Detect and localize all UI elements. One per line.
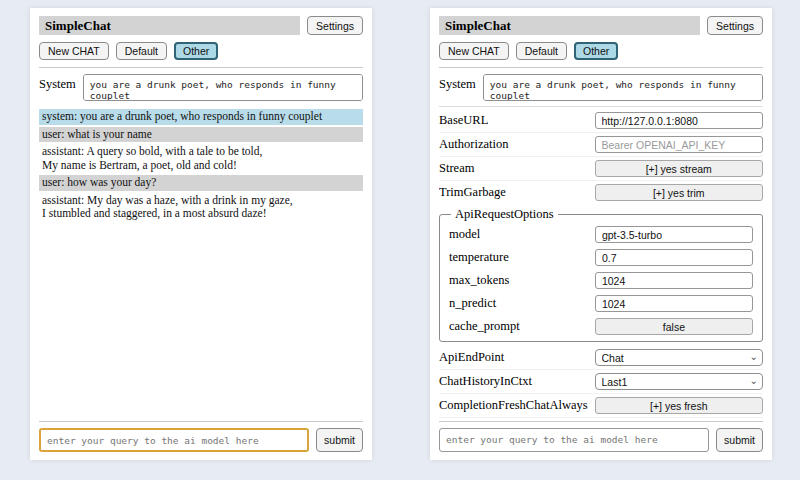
setting-label-max_tokens: max_tokens: [449, 273, 595, 288]
setting-input-max_tokens[interactable]: [595, 272, 753, 289]
chat-panel: SimpleChat Settings New CHAT Default Oth…: [30, 8, 372, 460]
setting-row-chathistoryinctxt: ChatHistoryInCtxtLast1⌄: [439, 370, 763, 394]
setting-label-cache_prompt: cache_prompt: [449, 319, 595, 334]
sessions-row: New CHAT Default Other: [39, 42, 363, 60]
setting-label-model: model: [449, 227, 595, 242]
new-chat-button[interactable]: New CHAT: [39, 42, 109, 60]
setting-select-wrap-apiendpoint: Chat⌄: [595, 349, 763, 366]
setting-row-completionfreshchatalways: CompletionFreshChatAlways[+] yes fresh: [439, 394, 763, 418]
setting-label-completionfreshchatalways: CompletionFreshChatAlways: [439, 398, 595, 413]
divider: [39, 421, 363, 422]
setting-label-trimgarbage: TrimGarbage: [439, 185, 595, 200]
settings-button[interactable]: Settings: [707, 16, 763, 35]
setting-label-authorization: Authorization: [439, 137, 595, 152]
api-request-options-legend: ApiRequestOptions: [451, 207, 558, 222]
setting-row-stream: Stream[+] yes stream: [439, 157, 763, 181]
setting-input-n_predict[interactable]: [595, 295, 753, 312]
settings-footer: submit: [439, 421, 763, 452]
session-tab-default[interactable]: Default: [516, 42, 567, 60]
chat-message-user: user: how was your day?: [39, 175, 363, 191]
divider: [439, 106, 763, 107]
setting-row-model: model: [449, 223, 753, 246]
setting-row-temperature: temperature: [449, 246, 753, 269]
setting-label-stream: Stream: [439, 161, 595, 176]
submit-button[interactable]: submit: [316, 428, 363, 452]
settings-rows-bottom: ApiEndPointChat⌄ChatHistoryInCtxtLast1⌄C…: [439, 346, 763, 421]
query-input[interactable]: [39, 428, 309, 452]
setting-row-n_predict: n_predict: [449, 292, 753, 315]
setting-label-n_predict: n_predict: [449, 296, 595, 311]
setting-toggle-cache_prompt[interactable]: false: [595, 318, 753, 335]
query-input[interactable]: [439, 428, 709, 452]
app-title: SimpleChat: [439, 16, 700, 35]
settings-rows-top: BaseURLAuthorizationStream[+] yes stream…: [439, 109, 763, 204]
system-prompt-input[interactable]: you are a drunk poet, who responds in fu…: [483, 74, 763, 101]
setting-input-authorization[interactable]: [595, 136, 763, 153]
setting-label-chathistoryinctxt: ChatHistoryInCtxt: [439, 374, 595, 389]
query-row: submit: [39, 428, 363, 452]
system-prompt-row: System you are a drunk poet, who respond…: [39, 74, 363, 101]
session-tab-default[interactable]: Default: [116, 42, 167, 60]
setting-row-max_tokens: max_tokens: [449, 269, 753, 292]
submit-button[interactable]: submit: [716, 428, 763, 452]
setting-toggle-stream[interactable]: [+] yes stream: [595, 160, 763, 177]
setting-toggle-trimgarbage[interactable]: [+] yes trim: [595, 184, 763, 201]
session-tab-other[interactable]: Other: [574, 42, 618, 60]
system-prompt-input[interactable]: you are a drunk poet, who responds in fu…: [83, 74, 363, 101]
settings-panel: SimpleChat Settings New CHAT Default Oth…: [430, 8, 772, 460]
titlebar: SimpleChat Settings: [439, 16, 763, 35]
api-request-options-rows: modeltemperaturemax_tokensn_predictcache…: [449, 223, 753, 338]
chat-message-system: system: you are a drunk poet, who respon…: [39, 109, 363, 125]
api-request-options-fieldset: ApiRequestOptions modeltemperaturemax_to…: [439, 207, 763, 342]
sessions-row: New CHAT Default Other: [439, 42, 763, 60]
setting-row-authorization: Authorization: [439, 133, 763, 157]
setting-input-temperature[interactable]: [595, 249, 753, 266]
divider: [439, 421, 763, 422]
system-label: System: [439, 74, 476, 92]
setting-row-cache_prompt: cache_promptfalse: [449, 315, 753, 338]
titlebar: SimpleChat Settings: [39, 16, 363, 35]
query-row: submit: [439, 428, 763, 452]
setting-label-apiendpoint: ApiEndPoint: [439, 350, 595, 365]
setting-row-apiendpoint: ApiEndPointChat⌄: [439, 346, 763, 370]
divider: [39, 67, 363, 68]
setting-select-chathistoryinctxt[interactable]: Last1: [595, 373, 763, 390]
setting-input-model[interactable]: [595, 226, 753, 243]
settings-button[interactable]: Settings: [307, 16, 363, 35]
new-chat-button[interactable]: New CHAT: [439, 42, 509, 60]
settings-area: BaseURLAuthorizationStream[+] yes stream…: [439, 109, 763, 421]
setting-toggle-completionfreshchatalways[interactable]: [+] yes fresh: [595, 397, 763, 414]
setting-select-apiendpoint[interactable]: Chat: [595, 349, 763, 366]
setting-label-temperature: temperature: [449, 250, 595, 265]
chat-messages: system: you are a drunk poet, who respon…: [39, 109, 363, 421]
chat-message-assistant: assistant: My day was a haze, with a dri…: [39, 193, 363, 222]
chat-message-assistant: assistant: A query so bold, with a tale …: [39, 144, 363, 173]
session-tab-other[interactable]: Other: [174, 42, 218, 60]
chat-footer: submit: [39, 421, 363, 452]
setting-input-baseurl[interactable]: [595, 112, 763, 129]
setting-row-baseurl: BaseURL: [439, 109, 763, 133]
divider: [439, 67, 763, 68]
system-prompt-row: System you are a drunk poet, who respond…: [439, 74, 763, 101]
app-title: SimpleChat: [39, 16, 300, 35]
chat-message-user: user: what is your name: [39, 127, 363, 143]
setting-select-wrap-chathistoryinctxt: Last1⌄: [595, 373, 763, 390]
setting-label-baseurl: BaseURL: [439, 113, 595, 128]
setting-row-trimgarbage: TrimGarbage[+] yes trim: [439, 181, 763, 204]
system-label: System: [39, 74, 76, 92]
